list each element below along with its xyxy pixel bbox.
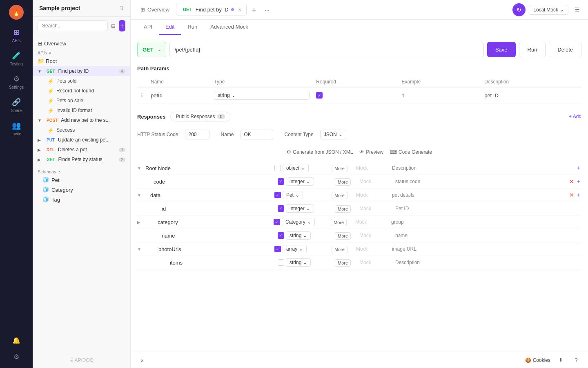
sidebar-item-share[interactable]: 🔗 Share	[2, 94, 30, 116]
nav-item-put-update[interactable]: ▶ PUT Update an existing pet...	[33, 135, 130, 145]
type-badge-photourls[interactable]: array ⌄	[283, 245, 307, 253]
collapse-photourls-icon[interactable]: ▼	[137, 247, 141, 251]
settings-gear-icon[interactable]: ⚙	[10, 350, 23, 363]
tab-add-button[interactable]: ＋	[248, 4, 260, 16]
tab-close-icon[interactable]: ×	[238, 7, 241, 13]
checkbox-id[interactable]: ✓	[278, 205, 284, 212]
type-select-param[interactable]: string ⌄	[214, 91, 310, 100]
nav-sub-record-not-found[interactable]: ⚡ Record not found	[33, 86, 130, 96]
expand-arrow-del[interactable]: ▶	[38, 148, 43, 152]
cookies-button[interactable]: 🍪 Cookies	[525, 357, 550, 363]
nav-item-get-status[interactable]: ▶ GET Finds Pets by status 2	[33, 155, 130, 164]
apis-section-arrow[interactable]: ∧	[49, 51, 51, 55]
sidebar-item-apis[interactable]: ⊞ APIs	[2, 25, 30, 46]
more-button-id[interactable]: More	[335, 205, 351, 213]
schema-required-photourls[interactable]: ✓	[273, 246, 283, 252]
sidebar-item-settings[interactable]: ⚙ Settings	[2, 71, 30, 93]
more-button-root[interactable]: More	[332, 165, 347, 172]
drag-handle[interactable]: ⠿	[140, 93, 144, 99]
tab-run[interactable]: Run	[181, 20, 204, 35]
add-response-button[interactable]: + Add	[569, 114, 581, 119]
avatar[interactable]: 🔥	[9, 5, 24, 20]
type-badge-data[interactable]: Pet ⌄	[283, 191, 303, 199]
nav-sub-pets-sold[interactable]: ⚡ Pets sold	[33, 76, 130, 86]
schema-required-items[interactable]	[276, 259, 286, 266]
more-button-items[interactable]: More	[335, 259, 351, 267]
delete-button[interactable]: Delete	[549, 42, 581, 57]
more-button-category[interactable]: More	[331, 219, 347, 226]
save-button[interactable]: Save	[487, 42, 516, 57]
required-checkbox[interactable]: ✓	[316, 92, 323, 99]
download-icon[interactable]: ⬇	[555, 355, 566, 366]
add-field-root[interactable]: ＋	[576, 164, 581, 172]
method-select[interactable]: GET ⌄	[137, 42, 166, 57]
sidebar-item-testing[interactable]: 🧪 Testing	[2, 48, 30, 70]
public-responses-button[interactable]: Public Responses 0	[170, 112, 230, 121]
collapse-panel-btn[interactable]: «	[137, 355, 147, 365]
env-selector[interactable]: Local Mock ⌄	[529, 5, 568, 15]
tab-overview[interactable]: ⊞ Overview	[136, 3, 174, 16]
name-input[interactable]	[241, 130, 273, 139]
tab-find-pet[interactable]: GET Find pet by ID ×	[176, 4, 247, 16]
type-badge-id[interactable]: integer ⌄	[286, 204, 314, 213]
add-button[interactable]: ＋	[119, 20, 125, 31]
tab-api[interactable]: API	[137, 20, 159, 35]
schema-required-data[interactable]: ✓	[273, 192, 283, 198]
preview-button[interactable]: 👁 Preview	[359, 149, 383, 155]
schema-required-name[interactable]: ✓	[276, 232, 286, 239]
collapse-root-icon[interactable]: ▼	[137, 166, 141, 171]
collapse-data-icon[interactable]: ▼	[137, 193, 141, 197]
nav-overview[interactable]: ⊞ Overview	[33, 38, 130, 49]
more-button-name[interactable]: More	[335, 232, 351, 240]
more-button-photourls[interactable]: More	[332, 246, 347, 253]
nav-project-switch-icon[interactable]: ⇅	[120, 5, 124, 11]
nav-item-get-find-pet[interactable]: ▼ GET Find pet by ID 4	[33, 66, 130, 76]
add-field-code[interactable]: ＋	[576, 178, 581, 185]
schema-required-category[interactable]: ✓	[272, 219, 282, 225]
nav-item-del[interactable]: ▶ DEL Deletes a pet 1	[33, 145, 130, 155]
remove-field-data[interactable]: ✕	[569, 192, 574, 198]
checkbox-name[interactable]: ✓	[278, 232, 284, 239]
sync-button[interactable]: ↻	[512, 3, 526, 16]
checkbox-root[interactable]	[274, 165, 281, 171]
tab-advanced-mock[interactable]: Advanced Mock	[204, 20, 255, 35]
expand-arrow-post[interactable]: ▼	[38, 118, 43, 123]
url-input[interactable]	[169, 42, 484, 57]
sidebar-item-invite[interactable]: 👥 Invite	[2, 118, 30, 139]
expand-arrow-put[interactable]: ▶	[38, 138, 43, 142]
search-input[interactable]	[38, 20, 108, 31]
nav-schema-tag[interactable]: 🧊 Tag	[33, 195, 130, 204]
content-type-select[interactable]: JSON ⌄	[320, 130, 346, 139]
checkbox-code[interactable]: ✓	[278, 178, 284, 185]
type-badge-code[interactable]: integer ⌄	[286, 177, 314, 186]
nav-sub-success[interactable]: ⚡ Success	[33, 125, 130, 135]
schema-required-code[interactable]: ✓	[276, 178, 286, 185]
more-button-data[interactable]: More	[332, 192, 347, 199]
tab-more-button[interactable]: ···	[261, 4, 273, 16]
checkbox-photourls[interactable]: ✓	[274, 246, 281, 252]
type-badge-items[interactable]: string ⌄	[286, 258, 311, 267]
add-field-data[interactable]: ＋	[576, 191, 581, 199]
expand-arrow-status[interactable]: ▶	[38, 157, 43, 162]
nav-sub-pets-on-sale[interactable]: ⚡ Pets on sale	[33, 96, 130, 105]
tab-edit[interactable]: Edit	[159, 20, 181, 35]
checkbox-data[interactable]: ✓	[274, 192, 281, 198]
schema-required-root[interactable]	[273, 165, 283, 171]
checkbox-category[interactable]: ✓	[274, 219, 280, 225]
code-generate-button[interactable]: ⌨ Code Generate	[390, 149, 432, 155]
nav-root[interactable]: 📁 Root	[33, 56, 130, 66]
schemas-section-arrow[interactable]: ∧	[58, 170, 61, 174]
expand-arrow-get[interactable]: ▼	[38, 69, 43, 74]
nav-sub-invalid-id[interactable]: ⚡ Invalid ID format	[33, 105, 130, 115]
collapse-icon[interactable]: «	[137, 355, 147, 365]
generate-json-button[interactable]: ⚙ Generate from JSON / XML	[287, 149, 353, 155]
checkbox-items[interactable]	[278, 259, 284, 266]
remove-field-code[interactable]: ✕	[569, 178, 574, 185]
expand-category-icon[interactable]: ▶	[137, 220, 140, 224]
filter-icon[interactable]: ⊟	[110, 20, 116, 31]
schema-required-id[interactable]: ✓	[276, 205, 286, 212]
more-button-code[interactable]: More	[335, 178, 351, 186]
nav-schema-category[interactable]: 🧊 Category	[33, 185, 130, 195]
status-code-input[interactable]	[185, 130, 209, 139]
nav-item-post-add-pet[interactable]: ▼ POST Add new pet to the s...	[33, 115, 130, 125]
